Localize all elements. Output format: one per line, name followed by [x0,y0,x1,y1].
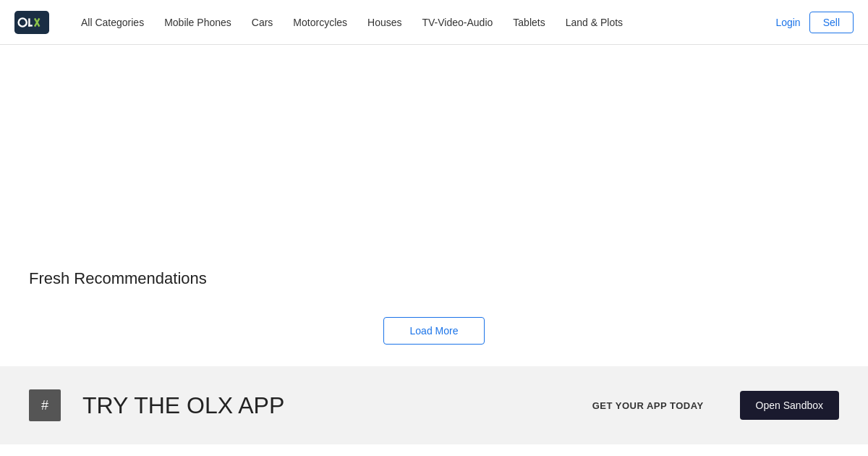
nav-actions: Login Sell [775,12,854,33]
open-sandbox-button[interactable]: Open Sandbox [740,391,839,420]
nav-item-mobile-phones[interactable]: Mobile Phones [154,17,242,28]
hash-icon: # [41,398,48,413]
nav-links: All Categories Mobile Phones Cars Motorc… [71,17,775,28]
nav-item-cars[interactable]: Cars [242,17,284,28]
fresh-recommendations-title: Fresh Recommendations [29,269,839,288]
nav-item-tablets[interactable]: Tablets [503,17,555,28]
login-button[interactable]: Login [775,17,800,28]
app-promo-icon: # [29,389,61,421]
get-app-today-label: GET YOUR APP TODAY [592,400,704,411]
nav-item-land-plots[interactable]: Land & Plots [556,17,633,28]
nav-item-motorcycles[interactable]: Motorcycles [283,17,357,28]
app-promo-title: TRY THE OLX APP [82,392,571,419]
logo[interactable] [14,9,49,35]
nav-item-all-categories[interactable]: All Categories [71,17,154,28]
nav-item-tv-video-audio[interactable]: TV-Video-Audio [412,17,503,28]
load-more-container: Load More [0,295,868,366]
app-promo-banner: # TRY THE OLX APP GET YOUR APP TODAY Ope… [0,366,868,444]
fresh-recommendations-section: Fresh Recommendations [0,255,868,295]
sell-button[interactable]: Sell [809,12,854,33]
main-content: Fresh Recommendations Load More # TRY TH… [0,45,868,444]
svg-rect-0 [14,11,49,34]
svg-rect-3 [28,25,33,26]
load-more-button[interactable]: Load More [383,317,485,345]
nav-item-houses[interactable]: Houses [357,17,412,28]
content-area [0,45,868,255]
navbar: All Categories Mobile Phones Cars Motorc… [0,0,868,45]
